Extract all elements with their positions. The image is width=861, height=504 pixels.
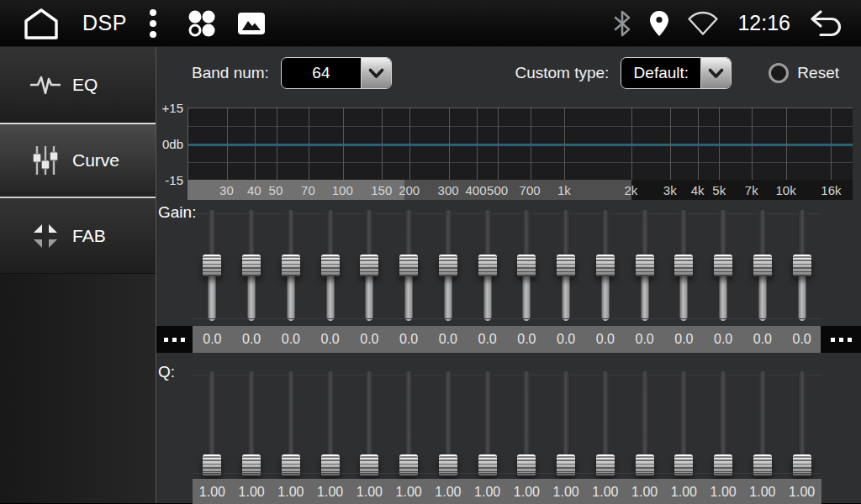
chevron-down-icon[interactable] (700, 58, 731, 88)
q-slider[interactable] (674, 371, 693, 475)
slider-track-upper[interactable] (326, 371, 334, 460)
custom-type-dropdown[interactable]: Default: (621, 57, 732, 89)
slider-thumb[interactable] (399, 255, 418, 276)
slider-track-upper[interactable] (405, 210, 413, 260)
slider-track-lower[interactable] (326, 270, 334, 321)
q-slider[interactable] (517, 371, 536, 475)
gain-slider[interactable] (282, 210, 300, 321)
slider-track-upper[interactable] (326, 210, 334, 260)
q-slider[interactable] (636, 371, 654, 475)
slider-thumb[interactable] (439, 454, 457, 476)
slider-thumb[interactable] (517, 454, 536, 476)
scroll-bands-right-button[interactable] (821, 326, 861, 353)
slider-thumb[interactable] (360, 255, 378, 276)
slider-track-upper[interactable] (758, 210, 766, 260)
band-num-dropdown[interactable]: 64 (281, 57, 392, 89)
slider-thumb[interactable] (714, 255, 732, 276)
q-slider[interactable] (753, 371, 772, 475)
slider-track-upper[interactable] (720, 210, 727, 260)
eq-plot[interactable] (188, 108, 853, 180)
slider-track-upper[interactable] (209, 210, 216, 260)
slider-thumb[interactable] (439, 255, 457, 276)
slider-track-upper[interactable] (720, 371, 727, 460)
q-slider[interactable] (793, 371, 811, 475)
slider-thumb[interactable] (321, 255, 340, 276)
slider-track-lower[interactable] (798, 270, 806, 321)
slider-thumb[interactable] (753, 454, 772, 476)
slider-thumb[interactable] (203, 454, 221, 476)
slider-track-upper[interactable] (641, 210, 648, 260)
gain-slider[interactable] (399, 210, 418, 321)
slider-track-upper[interactable] (798, 371, 806, 460)
slider-track-lower[interactable] (248, 270, 256, 321)
slider-track-upper[interactable] (366, 371, 373, 460)
frequency-axis[interactable]: 304050701001502003004005007001k2k3k4k5k7… (188, 180, 853, 200)
gain-slider[interactable] (478, 210, 497, 321)
q-slider[interactable] (714, 371, 732, 475)
slider-track-upper[interactable] (563, 371, 570, 460)
q-slider[interactable] (439, 371, 457, 475)
q-slider[interactable] (242, 371, 261, 475)
slider-thumb[interactable] (517, 255, 536, 276)
gain-slider[interactable] (674, 210, 693, 321)
gain-slider[interactable] (596, 210, 615, 321)
sidebar-item-curve[interactable]: Curve (0, 123, 156, 198)
slider-track-upper[interactable] (287, 371, 294, 460)
slider-thumb[interactable] (242, 255, 261, 276)
slider-thumb[interactable] (282, 255, 300, 276)
slider-track-lower[interactable] (209, 270, 216, 321)
slider-track-upper[interactable] (444, 371, 452, 460)
gain-slider[interactable] (242, 210, 261, 321)
slider-track-upper[interactable] (483, 210, 491, 260)
slider-track-upper[interactable] (248, 210, 256, 260)
slider-thumb[interactable] (478, 454, 497, 476)
q-slider[interactable] (478, 371, 497, 475)
gain-slider[interactable] (439, 210, 457, 321)
slider-track-upper[interactable] (680, 210, 688, 260)
gain-slider[interactable] (636, 210, 654, 321)
slider-track-lower[interactable] (641, 270, 648, 321)
slider-thumb[interactable] (242, 454, 261, 476)
slider-track-upper[interactable] (563, 210, 570, 260)
gain-slider[interactable] (517, 210, 536, 321)
slider-track-upper[interactable] (405, 371, 413, 460)
slider-thumb[interactable] (203, 255, 221, 276)
slider-track-lower[interactable] (720, 270, 727, 321)
more-options-icon[interactable] (149, 8, 157, 39)
chevron-down-icon[interactable] (361, 58, 391, 88)
slider-track-lower[interactable] (366, 270, 373, 321)
slider-thumb[interactable] (636, 255, 654, 276)
home-icon[interactable] (22, 8, 61, 39)
gain-slider[interactable] (360, 210, 378, 321)
slider-thumb[interactable] (321, 454, 340, 476)
slider-thumb[interactable] (557, 454, 575, 476)
slider-track-lower[interactable] (601, 270, 609, 321)
slider-track-lower[interactable] (483, 270, 491, 321)
slider-track-lower[interactable] (444, 270, 452, 321)
q-slider[interactable] (282, 371, 300, 475)
slider-track-upper[interactable] (601, 371, 609, 460)
slider-track-upper[interactable] (601, 210, 609, 260)
gain-slider[interactable] (321, 210, 340, 321)
slider-track-lower[interactable] (523, 270, 531, 321)
reset-radio[interactable] (769, 63, 789, 83)
gain-slider[interactable] (714, 210, 732, 321)
scroll-bands-left-button[interactable] (156, 326, 193, 353)
slider-thumb[interactable] (674, 454, 693, 476)
app-drawer-icon[interactable] (186, 8, 216, 39)
back-icon[interactable] (809, 9, 843, 38)
slider-thumb[interactable] (753, 255, 772, 276)
slider-track-upper[interactable] (641, 371, 648, 460)
gain-slider[interactable] (793, 210, 811, 321)
sidebar-item-eq[interactable]: EQ (0, 47, 156, 123)
q-slider[interactable] (203, 371, 221, 475)
sidebar-item-fab[interactable]: FAB (0, 198, 156, 274)
slider-track-lower[interactable] (287, 270, 294, 321)
slider-thumb[interactable] (596, 454, 615, 476)
slider-track-upper[interactable] (758, 371, 766, 460)
slider-thumb[interactable] (793, 454, 811, 476)
slider-thumb[interactable] (557, 255, 575, 276)
slider-track-upper[interactable] (483, 371, 491, 460)
slider-track-lower[interactable] (758, 270, 766, 321)
slider-track-upper[interactable] (680, 371, 688, 460)
